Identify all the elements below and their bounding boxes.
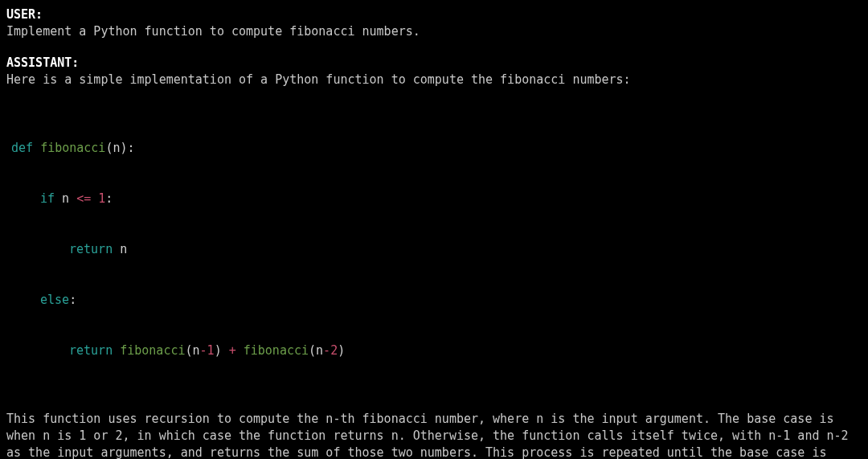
paren-close-2: ) bbox=[338, 343, 345, 358]
minus-2: - bbox=[323, 343, 330, 358]
num-1: 1 bbox=[98, 191, 105, 206]
code-line-5: return fibonacci(n-1) + fibonacci(n-2) bbox=[11, 342, 862, 359]
speaker-label-assistant: ASSISTANT: bbox=[6, 55, 862, 72]
num-1b: 1 bbox=[207, 343, 215, 358]
code-block: def fibonacci(n): if n <= 1: return n el… bbox=[11, 106, 862, 393]
function-name: fibonacci bbox=[40, 141, 105, 155]
code-line-1: def fibonacci(n): bbox=[11, 140, 862, 157]
fn-call-1: fibonacci bbox=[120, 343, 185, 358]
minus-1: - bbox=[200, 343, 207, 358]
paren-open-1: ( bbox=[186, 343, 193, 358]
keyword-else: else bbox=[40, 293, 69, 307]
assistant-explanation: This function uses recursion to compute … bbox=[6, 411, 862, 459]
keyword-if: if bbox=[40, 191, 62, 206]
var-n: n bbox=[62, 191, 76, 206]
user-message-1: Implement a Python function to compute f… bbox=[6, 23, 862, 40]
arg-n-1: n bbox=[193, 343, 200, 358]
paren-open-2: ( bbox=[309, 343, 316, 358]
num-2: 2 bbox=[330, 343, 338, 358]
var-n-ret: n bbox=[120, 242, 127, 256]
fn-call-2: fibonacci bbox=[244, 343, 309, 358]
op-le: <= bbox=[76, 191, 98, 206]
arg-n-2: n bbox=[316, 343, 323, 358]
paren-close-colon: ): bbox=[120, 141, 134, 155]
turn-user-1: USER: Implement a Python function to com… bbox=[6, 6, 862, 40]
code-line-3: return n bbox=[11, 241, 862, 258]
colon: : bbox=[105, 191, 113, 206]
colon-else: : bbox=[69, 293, 76, 307]
code-line-4: else: bbox=[11, 292, 862, 309]
speaker-label-user: USER: bbox=[6, 6, 862, 23]
assistant-message-1: Here is a simple implementation of a Pyt… bbox=[6, 72, 862, 88]
turn-assistant-1: ASSISTANT: Here is a simple implementati… bbox=[6, 55, 862, 459]
code-line-2: if n <= 1: bbox=[11, 191, 862, 207]
keyword-return: return bbox=[69, 242, 120, 256]
paren-close-1: ) bbox=[215, 343, 229, 358]
keyword-def: def bbox=[11, 141, 40, 155]
keyword-return-2: return bbox=[69, 343, 120, 358]
plus: + bbox=[229, 343, 244, 358]
